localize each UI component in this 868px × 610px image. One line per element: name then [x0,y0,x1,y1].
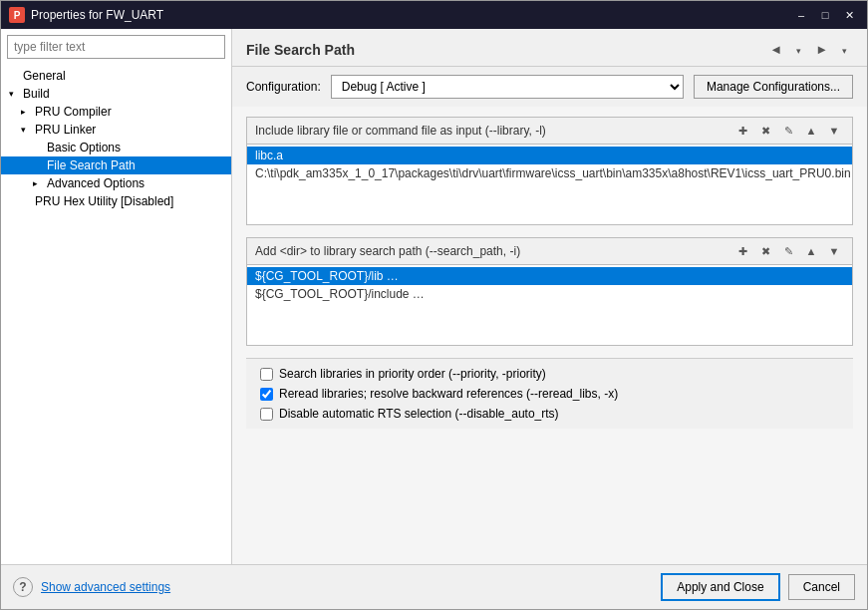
sidebar-item-file-search-path[interactable]: File Search Path [1,156,231,174]
dialog-title: Properties for FW_UART [31,8,791,22]
bottom-bar: ? Show advanced settings Apply and Close… [1,564,867,609]
sidebar-item-label: Build [23,87,50,101]
tree-view: General Build PRU Compiler PRU Linker Ba… [1,65,231,564]
cancel-button[interactable]: Cancel [788,574,855,600]
section-header-1: Include library file or command file as … [247,118,852,145]
content-area: General Build PRU Compiler PRU Linker Ba… [1,29,867,564]
add-dir-button[interactable]: ✚ [732,242,752,260]
list-item[interactable]: libc.a [247,147,852,164]
section-search-path: Add <dir> to library search path (--sear… [246,237,853,346]
checkbox-disable-rts: Disable automatic RTS selection (--disab… [260,407,839,421]
checkbox-priority-label: Search libraries in priority order (--pr… [279,367,546,381]
sidebar-item-general[interactable]: General [1,67,231,85]
move-down-library-button[interactable]: ▼ [824,122,844,140]
chevron-down-icon [9,89,19,99]
show-advanced-settings-link[interactable]: Show advanced settings [41,580,170,594]
minimize-button[interactable]: – [791,7,811,23]
config-label: Configuration: [246,80,321,94]
delete-library-button[interactable]: ✖ [755,122,775,140]
title-bar-buttons: – □ ✕ [791,7,859,23]
options-area: Search libraries in priority order (--pr… [246,358,853,429]
section-include-library: Include library file or command file as … [246,117,853,225]
right-panel: File Search Path ◄ ► Configuration: Debu… [232,29,867,564]
section-header-2: Add <dir> to library search path (--sear… [247,238,852,265]
checkbox-disable-rts-input[interactable] [260,408,273,421]
edit-library-button[interactable]: ✎ [778,122,798,140]
sidebar-item-label: Advanced Options [47,176,145,190]
sidebar-item-build[interactable]: Build [1,85,231,103]
sidebar-item-label: Basic Options [47,141,121,154]
manage-configurations-button[interactable]: Manage Configurations... [694,75,853,99]
checkbox-reread-input[interactable] [260,388,273,401]
title-bar: P Properties for FW_UART – □ ✕ [1,1,867,29]
nav-back-dropdown[interactable] [790,39,807,60]
section-list-1: libc.a C:\ti\pdk_am335x_1_0_17\packages\… [247,145,852,224]
left-panel: General Build PRU Compiler PRU Linker Ba… [1,29,232,564]
help-button[interactable]: ? [13,577,33,597]
list-item[interactable]: C:\ti\pdk_am335x_1_0_17\packages\ti\drv\… [247,164,852,182]
section-title-2: Add <dir> to library search path (--sear… [255,244,520,258]
close-button[interactable]: ✕ [839,7,859,23]
filter-input[interactable] [7,35,225,59]
right-body: Include library file or command file as … [232,107,867,564]
sidebar-item-pru-compiler[interactable]: PRU Compiler [1,103,231,121]
config-select[interactable]: Debug [ Active ] Release [331,75,684,99]
list-item[interactable]: ${CG_TOOL_ROOT}/lib … [247,267,852,285]
app-icon: P [9,7,25,23]
right-header: File Search Path ◄ ► [232,29,867,67]
apply-and-close-button[interactable]: Apply and Close [661,573,779,601]
sidebar-item-label: PRU Hex Utility [Disabled] [35,194,173,208]
page-title: File Search Path [246,42,355,58]
checkbox-priority: Search libraries in priority order (--pr… [260,367,839,381]
section-list-2: ${CG_TOOL_ROOT}/lib … ${CG_TOOL_ROOT}/in… [247,265,852,345]
add-library-button[interactable]: ✚ [732,122,752,140]
chevron-down-icon [21,125,31,135]
sidebar-item-pru-hex-utility[interactable]: PRU Hex Utility [Disabled] [1,192,231,210]
sidebar-item-label: File Search Path [47,158,136,172]
nav-forward-button[interactable]: ► [809,39,834,60]
nav-forward-dropdown[interactable] [836,39,853,60]
section-title-1: Include library file or command file as … [255,124,546,138]
list-item[interactable]: ${CG_TOOL_ROOT}/include … [247,285,852,303]
checkbox-reread: Reread libraries; resolve backward refer… [260,387,839,401]
chevron-right-icon [21,107,31,117]
sidebar-item-label: PRU Compiler [35,105,112,119]
chevron-right-icon [33,178,43,188]
section-actions-2: ✚ ✖ ✎ ▲ ▼ [732,242,844,260]
maximize-button[interactable]: □ [815,7,835,23]
sidebar-item-label: General [23,69,66,83]
checkbox-priority-input[interactable] [260,368,273,381]
section-actions-1: ✚ ✖ ✎ ▲ ▼ [732,122,844,140]
sidebar-item-pru-linker[interactable]: PRU Linker [1,121,231,139]
sidebar-item-basic-options[interactable]: Basic Options [1,139,231,156]
checkbox-reread-label: Reread libraries; resolve backward refer… [279,387,618,401]
config-row: Configuration: Debug [ Active ] Release … [232,67,867,107]
sidebar-item-label: PRU Linker [35,123,96,137]
delete-dir-button[interactable]: ✖ [755,242,775,260]
move-up-library-button[interactable]: ▲ [801,122,821,140]
move-down-dir-button[interactable]: ▼ [824,242,844,260]
sidebar-item-advanced-options[interactable]: Advanced Options [1,174,231,192]
edit-dir-button[interactable]: ✎ [778,242,798,260]
nav-back-button[interactable]: ◄ [763,39,788,60]
move-up-dir-button[interactable]: ▲ [801,242,821,260]
nav-buttons: ◄ ► [763,39,853,60]
checkbox-disable-rts-label: Disable automatic RTS selection (--disab… [279,407,559,421]
dialog-window: P Properties for FW_UART – □ ✕ General B… [0,0,868,610]
